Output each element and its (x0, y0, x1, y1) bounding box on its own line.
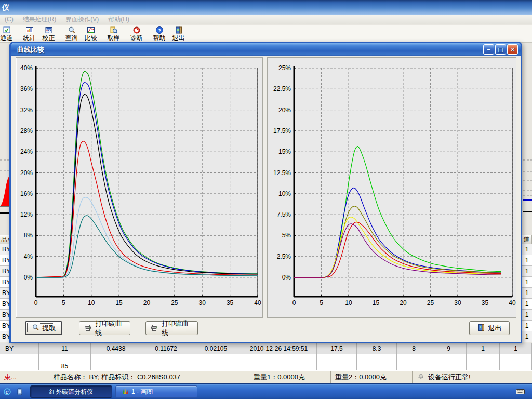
calibrate-icon (45, 26, 53, 34)
task-analyzer[interactable]: 红外碳硫分析仪 (30, 385, 112, 398)
toolbar-separator (148, 26, 148, 41)
svg-text:40: 40 (509, 299, 516, 307)
status-sample-info: 样品名称： BY; 样品标识： C0.268S0.037 (49, 371, 249, 383)
menu-item-results[interactable]: 结果处理(R) (18, 15, 61, 24)
svg-text:5: 5 (62, 299, 65, 307)
svg-text:0%: 0% (24, 274, 33, 281)
toolbar-query-button[interactable]: 查询 (62, 25, 81, 42)
background-table-row[interactable]: 1 (522, 244, 532, 255)
carbon-curve-chart: 0%4%8%12%16%20%24%28%32%36%40%0510152025… (16, 58, 263, 318)
svg-text:12%: 12% (20, 211, 33, 218)
toolbar-sample-button[interactable]: 取样 (104, 25, 123, 42)
table-cell: 11 (39, 343, 91, 354)
curve-compare-dialog: 曲线比较 – ▢ ✕ 0%4%8%12%16%20%24%28%32%36%40… (9, 42, 522, 343)
background-chart-fragment-left (0, 156, 9, 234)
table-cell (431, 354, 467, 362)
close-button[interactable]: ✕ (507, 44, 518, 55)
background-table-header: 道 (522, 235, 532, 244)
browser-quicklaunch-icon[interactable]: e (3, 388, 11, 398)
table-cell: 8 (397, 343, 431, 354)
table-row[interactable]: 85 (0, 362, 532, 370)
menu-item-help[interactable]: 帮助(H) (103, 15, 134, 24)
toolbar-help-button[interactable]: ? 帮助 (150, 25, 169, 42)
toolbar-separator (18, 26, 18, 41)
toolbar-compare-button[interactable]: 比较 (81, 25, 100, 42)
background-table-row[interactable]: 1 (522, 288, 532, 299)
svg-text:10: 10 (345, 299, 352, 307)
exit-door-icon (175, 26, 183, 34)
background-table-row[interactable]: 1 (522, 255, 532, 266)
menubar: (C) 结果处理(R) 界面操作(V) 帮助(H) (0, 15, 532, 24)
exit-door-icon (477, 324, 485, 333)
minimize-button[interactable]: – (483, 44, 494, 55)
table-cell: 9 (431, 343, 467, 354)
svg-text:20%: 20% (278, 107, 291, 114)
table-cell (467, 362, 500, 370)
background-chart-fragment-right (522, 156, 532, 234)
menu-item-view[interactable]: 界面操作(V) (61, 15, 103, 24)
svg-text:24%: 24% (20, 148, 33, 155)
dialog-title: 曲线比较 (17, 45, 44, 55)
main-titlebar: 仪 (0, 0, 532, 15)
table-cell (357, 354, 397, 362)
sulfur-chart-panel: 0%2.5%5%7.5%10%12.5%15%17.5%20%22.5%25%0… (267, 57, 516, 318)
task-paint[interactable]: 1 - 画图 (115, 385, 197, 398)
background-table-row[interactable]: 1 (522, 277, 532, 288)
table-row[interactable] (0, 354, 532, 362)
device-quicklaunch-icon[interactable] (16, 388, 24, 398)
svg-text:15%: 15% (278, 148, 291, 155)
table-cell (241, 354, 317, 362)
svg-text:35: 35 (227, 299, 234, 307)
background-table-row[interactable]: 1 (522, 310, 532, 321)
table-cell: 8.3 (357, 343, 397, 354)
table-cell: 0.02105 (191, 343, 241, 354)
table-cell: 1 (500, 343, 532, 354)
table-row[interactable]: BY110.44380.116720.021052010-12-26 14:59… (0, 343, 532, 354)
table-cell (0, 362, 39, 370)
svg-text:5: 5 (320, 299, 323, 307)
svg-text:20: 20 (400, 299, 407, 307)
background-table-row[interactable]: 1 (522, 266, 532, 277)
table-cell (91, 354, 141, 362)
carbon-chart-panel: 0%4%8%12%16%20%24%28%32%36%40%0510152025… (16, 57, 263, 318)
svg-text:17.5%: 17.5% (273, 127, 291, 135)
svg-text:4%: 4% (24, 253, 33, 260)
printer-icon (150, 324, 158, 333)
svg-text:10%: 10% (278, 190, 291, 197)
toolbar-stats-button[interactable]: 统计 (20, 25, 39, 42)
keyboard-tray-icon[interactable] (516, 388, 525, 397)
svg-text:36%: 36% (20, 85, 33, 92)
svg-text:e: e (6, 389, 9, 395)
print-sulfur-button[interactable]: 打印硫曲线 (145, 321, 198, 335)
svg-text:40: 40 (254, 299, 261, 307)
table-cell (141, 354, 191, 362)
taskbar: e 红外碳硫分析仪 1 - 画图 (0, 383, 532, 399)
table-cell: 0.4438 (91, 343, 141, 354)
svg-text:2.5%: 2.5% (277, 253, 291, 260)
background-table-row[interactable]: 1 (522, 299, 532, 310)
extract-button[interactable]: 提取 (25, 321, 62, 335)
table-cell (397, 362, 431, 370)
menu-item-c[interactable]: (C) (0, 16, 18, 23)
table-cell (241, 362, 317, 370)
table-cell (500, 354, 532, 362)
print-carbon-button[interactable]: 打印碳曲线 (79, 321, 130, 335)
dialog-exit-button[interactable]: 退出 (469, 321, 510, 335)
toolbar-channel-button[interactable]: 通道 (0, 25, 16, 42)
svg-text:20: 20 (143, 299, 151, 307)
maximize-button[interactable]: ▢ (495, 44, 506, 55)
background-table-row[interactable]: 1 (522, 331, 532, 342)
toolbar-calibrate-button[interactable]: 校正 (39, 25, 58, 42)
bell-icon (417, 373, 425, 382)
table-cell: 85 (39, 362, 91, 370)
diagnose-gauge-icon (132, 26, 141, 34)
svg-text:20%: 20% (20, 169, 33, 177)
dialog-titlebar[interactable]: 曲线比较 – ▢ ✕ (11, 43, 521, 56)
toolbar-diagnose-button[interactable]: 诊断 (127, 25, 146, 42)
toolbar-separator (60, 26, 60, 41)
background-table-row[interactable]: 1 (522, 321, 532, 331)
background-channel-table-right: 道 111111111 (522, 235, 532, 342)
toolbar-exit-button[interactable]: 退出 (169, 25, 188, 42)
status-weight2: 重量2：0.0000克 (331, 371, 413, 383)
svg-text:25%: 25% (278, 64, 291, 72)
